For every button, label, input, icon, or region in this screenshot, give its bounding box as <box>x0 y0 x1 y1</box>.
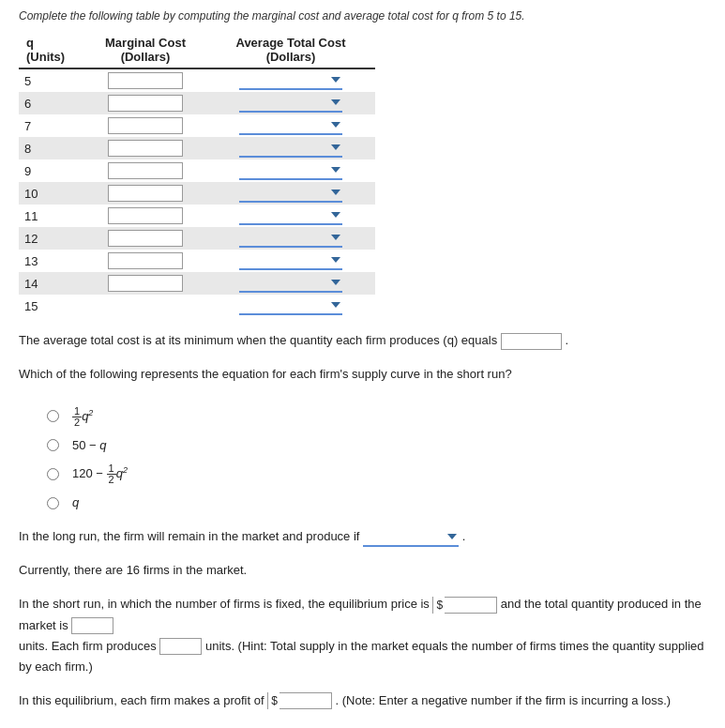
profit-input[interactable] <box>279 693 331 708</box>
long-run-text1: In the long run, the firm will remain in… <box>19 529 359 543</box>
atc-select[interactable] <box>239 229 342 248</box>
atc-cell <box>206 205 375 227</box>
atc-cell <box>206 182 375 205</box>
currently-text: Currently, there are 16 firms in the mar… <box>19 563 247 577</box>
table-row: 12 <box>19 227 375 250</box>
table-row: 9 <box>19 159 375 182</box>
marginal-cost-input[interactable] <box>108 230 183 247</box>
marginal-cost-cell <box>84 159 206 182</box>
marginal-cost-cell <box>84 68 206 92</box>
table-row: 7 <box>19 114 375 137</box>
supply-curve-question: Which of the following represents the eq… <box>19 364 706 385</box>
atc-select[interactable] <box>239 71 342 90</box>
marginal-cost-input[interactable] <box>108 72 183 89</box>
q-cell: 12 <box>19 227 84 250</box>
q-cell: 8 <box>19 137 84 159</box>
supply-option-radio-3[interactable] <box>47 497 59 509</box>
table-row: 15 <box>19 295 375 317</box>
atc-cell <box>206 272 375 295</box>
atc-select[interactable] <box>239 116 342 135</box>
atc-select[interactable] <box>239 161 342 180</box>
supply-option-radio-0[interactable] <box>47 410 59 422</box>
atc-cell <box>206 227 375 250</box>
marginal-cost-cell <box>84 137 206 159</box>
atc-cell <box>206 159 375 182</box>
atc-cell <box>206 114 375 137</box>
atc-select[interactable] <box>239 296 342 315</box>
total-quantity-input[interactable] <box>71 617 113 634</box>
q-cell: 13 <box>19 250 84 272</box>
q-cell: 7 <box>19 114 84 137</box>
marginal-cost-input[interactable] <box>108 252 183 269</box>
atc-select[interactable] <box>239 94 342 113</box>
q-cell: 5 <box>19 68 84 92</box>
short-run-price-input[interactable] <box>445 598 496 613</box>
q-cell: 10 <box>19 182 84 205</box>
table-row: 11 <box>19 205 375 227</box>
long-run-dropdown[interactable]: price > min ATC price < min ATC price = … <box>363 528 459 547</box>
supply-option-label-3: q <box>72 493 79 513</box>
atc-select[interactable] <box>239 139 342 158</box>
atc-cell <box>206 137 375 159</box>
supply-option-radio-1[interactable] <box>47 439 59 451</box>
instructions: Complete the following table by computin… <box>19 9 706 23</box>
atc-cell <box>206 250 375 272</box>
supply-option-label-0: 12q2 <box>72 405 93 427</box>
supply-option-label-1: 50 − q <box>72 435 107 456</box>
atc-select[interactable] <box>239 274 342 293</box>
marginal-cost-input[interactable] <box>108 185 183 202</box>
atc-cell <box>206 295 375 317</box>
marginal-cost-cell <box>84 92 206 114</box>
supply-option-radio-2[interactable] <box>47 468 59 480</box>
marginal-cost-input[interactable] <box>108 275 183 292</box>
firm-quantity-input[interactable] <box>159 638 202 655</box>
marginal-cost-input[interactable] <box>108 162 183 179</box>
marginal-cost-input[interactable] <box>108 117 183 134</box>
q-cell: 11 <box>19 205 84 227</box>
marginal-cost-input[interactable] <box>108 95 183 112</box>
profit-text2: . (Note: Enter a negative number if the … <box>336 693 672 707</box>
supply-option-row: 50 − q <box>47 435 706 456</box>
profit-text1: In this equilibrium, each firm makes a p… <box>19 693 264 707</box>
profit-wrap: $ <box>267 692 332 709</box>
table-row: 8 <box>19 137 375 159</box>
marginal-cost-input[interactable] <box>108 207 183 224</box>
supply-option-row: 120 − 12q2 <box>47 463 706 485</box>
avg-cost-question: The average total cost is at its minimum… <box>19 333 497 347</box>
atc-select[interactable] <box>239 184 342 203</box>
short-run-text3: units. Each firm produces <box>19 639 157 653</box>
col3-header: Average Total Cost (Dollars) <box>206 34 375 68</box>
q-cell: 15 <box>19 295 84 317</box>
supply-option-row: 12q2 <box>47 405 706 427</box>
supply-option-row: q <box>47 493 706 513</box>
table-row: 6 <box>19 92 375 114</box>
marginal-cost-cell <box>84 114 206 137</box>
atc-select[interactable] <box>239 206 342 225</box>
q-cell: 6 <box>19 92 84 114</box>
table-row: 5 <box>19 68 375 92</box>
atc-select[interactable] <box>239 251 342 270</box>
table-row: 10 <box>19 182 375 205</box>
table-row: 14 <box>19 272 375 295</box>
short-run-price-wrap: $ <box>432 597 497 614</box>
table-row: 13 <box>19 250 375 272</box>
marginal-cost-cell <box>84 250 206 272</box>
marginal-cost-cell <box>84 205 206 227</box>
atc-cell <box>206 92 375 114</box>
marginal-cost-cell <box>84 272 206 295</box>
short-run-text1: In the short run, in which the number of… <box>19 597 430 611</box>
avg-cost-answer-input[interactable] <box>501 333 562 350</box>
marginal-cost-cell <box>84 182 206 205</box>
col2-header: Marginal Cost (Dollars) <box>84 34 206 68</box>
atc-cell <box>206 68 375 92</box>
q-cell: 14 <box>19 272 84 295</box>
supply-option-label-2: 120 − 12q2 <box>72 463 128 485</box>
marginal-cost-cell <box>84 227 206 250</box>
q-cell: 9 <box>19 159 84 182</box>
marginal-cost-input[interactable] <box>108 140 183 157</box>
marginal-cost-cell <box>84 295 206 317</box>
col1-header: q (Units) <box>19 34 84 68</box>
